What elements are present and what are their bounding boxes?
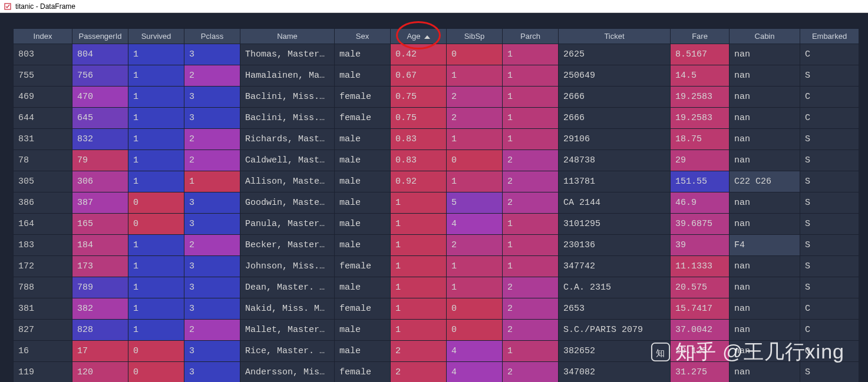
cell-sibsp[interactable]: 1 [447,171,503,192]
cell-fare[interactable]: 151.55 [671,171,730,192]
cell-ticket[interactable]: 347082 [559,362,671,383]
cell-cabin[interactable]: nan [730,214,800,235]
cell-sex[interactable]: female [335,298,391,320]
cell-sex[interactable]: male [335,44,391,65]
cell-index[interactable]: 803 [14,44,72,65]
cell-parch[interactable]: 2 [503,298,559,320]
cell-cabin[interactable]: C22 C26 [730,171,800,192]
cell-pclass[interactable]: 2 [184,235,240,256]
cell-survived[interactable]: 1 [128,150,184,171]
col-header-cabin[interactable]: Cabin [730,29,800,44]
cell-index[interactable]: 78 [14,150,72,171]
table-row[interactable]: 30530611Allison, Maste…male0.92121137811… [14,171,859,192]
cell-name[interactable]: Caldwell, Mast… [240,150,335,171]
cell-sex[interactable]: male [335,192,391,214]
cell-sex[interactable]: male [335,214,391,235]
cell-age[interactable]: 1 [391,277,447,298]
cell-sex[interactable]: male [335,129,391,150]
cell-fare[interactable]: 29 [671,150,730,171]
cell-passengerid[interactable]: 804 [72,44,128,65]
cell-age[interactable]: 0.83 [391,129,447,150]
cell-age[interactable]: 2 [391,341,447,362]
cell-fare[interactable]: 14.5 [671,65,730,87]
cell-sex[interactable]: female [335,362,391,383]
cell-pclass[interactable]: 3 [184,108,240,129]
cell-sibsp[interactable]: 4 [447,214,503,235]
cell-fare[interactable]: 19.2583 [671,87,730,108]
cell-fare[interactable]: 15.7417 [671,298,730,320]
cell-sibsp[interactable]: 2 [447,235,503,256]
cell-survived[interactable]: 1 [128,65,184,87]
cell-survived[interactable]: 1 [128,129,184,150]
cell-name[interactable]: Hamalainen, Ma… [240,65,335,87]
cell-name[interactable]: Johnson, Miss.… [240,256,335,277]
table-row[interactable]: 16416503Panula, Master…male141310129539.… [14,214,859,235]
cell-index[interactable]: 831 [14,129,72,150]
cell-ticket[interactable]: 2666 [559,108,671,129]
cell-ticket[interactable]: 382652 [559,341,671,362]
cell-parch[interactable]: 1 [503,108,559,129]
cell-embarked[interactable]: S [800,256,859,277]
cell-index[interactable]: 827 [14,320,72,341]
cell-sex[interactable]: male [335,65,391,87]
cell-passengerid[interactable]: 17 [72,341,128,362]
cell-parch[interactable]: 1 [503,129,559,150]
cell-name[interactable]: Thomas, Master… [240,44,335,65]
cell-parch[interactable]: 2 [503,320,559,341]
cell-cabin[interactable]: nan [730,277,800,298]
cell-fare[interactable]: 19.2583 [671,108,730,129]
cell-embarked[interactable]: S [800,150,859,171]
cell-index[interactable]: 16 [14,341,72,362]
cell-cabin[interactable]: nan [730,256,800,277]
cell-fare[interactable]: 20.575 [671,277,730,298]
table-row[interactable]: 787912Caldwell, Mast…male0.830224873829n… [14,150,859,171]
cell-index[interactable]: 381 [14,298,72,320]
cell-sibsp[interactable]: 5 [447,192,503,214]
cell-fare[interactable]: 31.275 [671,362,730,383]
table-row[interactable]: 64464513Baclini, Miss.…female0.752126661… [14,108,859,129]
cell-sex[interactable]: male [335,320,391,341]
cell-parch[interactable]: 2 [503,171,559,192]
cell-name[interactable]: Nakid, Miss. M… [240,298,335,320]
cell-passengerid[interactable]: 828 [72,320,128,341]
cell-survived[interactable]: 0 [128,214,184,235]
table-row[interactable]: 46947013Baclini, Miss.…female0.752126661… [14,87,859,108]
cell-embarked[interactable]: S [800,192,859,214]
cell-pclass[interactable]: 2 [184,150,240,171]
cell-parch[interactable]: 2 [503,277,559,298]
cell-cabin[interactable]: nan [730,129,800,150]
cell-cabin[interactable]: nan [730,362,800,383]
cell-embarked[interactable]: C [800,44,859,65]
cell-survived[interactable]: 1 [128,298,184,320]
cell-survived[interactable]: 1 [128,235,184,256]
cell-pclass[interactable]: 2 [184,65,240,87]
cell-survived[interactable]: 1 [128,171,184,192]
cell-sex[interactable]: female [335,87,391,108]
cell-sibsp[interactable]: 0 [447,320,503,341]
cell-sex[interactable]: male [335,150,391,171]
cell-survived[interactable]: 1 [128,44,184,65]
cell-age[interactable]: 0.67 [391,65,447,87]
cell-fare[interactable]: 18.75 [671,129,730,150]
cell-name[interactable]: Richards, Mast… [240,129,335,150]
cell-parch[interactable]: 1 [503,65,559,87]
cell-fare[interactable]: 8.5167 [671,44,730,65]
cell-name[interactable]: Baclini, Miss.… [240,108,335,129]
cell-pclass[interactable]: 3 [184,362,240,383]
cell-sibsp[interactable]: 1 [447,65,503,87]
cell-embarked[interactable]: C [800,298,859,320]
cell-parch[interactable]: 2 [503,192,559,214]
col-header-index[interactable]: Index [14,29,72,44]
cell-ticket[interactable]: 248738 [559,150,671,171]
col-header-pclass[interactable]: Pclass [184,29,240,44]
table-row[interactable]: 38138213Nakid, Miss. M…female102265315.7… [14,298,859,320]
cell-passengerid[interactable]: 756 [72,65,128,87]
col-header-embarked[interactable]: Embarked [800,29,859,44]
cell-embarked[interactable]: S [800,171,859,192]
cell-age[interactable]: 0.75 [391,87,447,108]
cell-passengerid[interactable]: 387 [72,192,128,214]
cell-ticket[interactable]: 3101295 [559,214,671,235]
cell-embarked[interactable]: C [800,87,859,108]
cell-sibsp[interactable]: 4 [447,362,503,383]
cell-pclass[interactable]: 3 [184,256,240,277]
